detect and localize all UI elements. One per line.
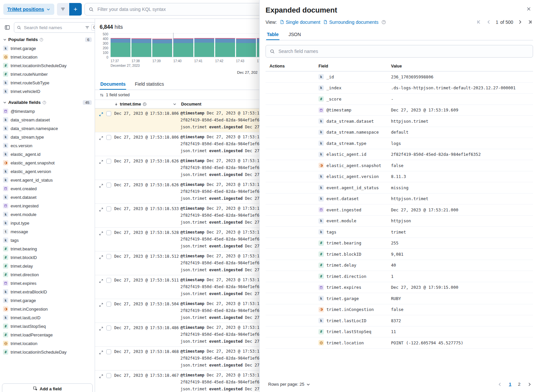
field-list-item[interactable]: ktags <box>0 236 95 244</box>
row-checkbox[interactable] <box>106 230 111 235</box>
column-menu-icon[interactable] <box>173 102 176 106</box>
row-checkbox[interactable] <box>106 349 111 354</box>
expand-document-icon[interactable] <box>98 325 106 332</box>
row-checkbox[interactable] <box>106 373 111 378</box>
page-2-button[interactable]: 2 <box>517 381 521 387</box>
tab-documents[interactable]: Documents <box>100 79 126 90</box>
row-checkbox[interactable] <box>106 254 111 259</box>
field-list-item[interactable]: #trimet.lastStopSeq <box>0 322 95 330</box>
field-list-item[interactable]: elastic_agent.snapshot <box>0 158 95 167</box>
field-filter-icon[interactable] <box>85 25 89 30</box>
field-list-item[interactable]: ktrimet.extraBlockID <box>0 287 95 296</box>
field-list-item[interactable]: kevent.agent_id_status <box>0 176 95 184</box>
histogram-bar[interactable] <box>236 38 256 57</box>
field-list-item[interactable]: kevent.dataset <box>0 193 95 201</box>
field-list-item[interactable]: #trimet.direction <box>0 270 95 279</box>
field-list-item[interactable]: #trimet.routeNumber <box>0 70 95 78</box>
tab-json[interactable]: JSON <box>288 29 302 40</box>
expand-document-icon[interactable] <box>98 254 106 260</box>
expand-document-icon[interactable] <box>98 349 106 356</box>
field-list-item[interactable]: tmessage <box>0 227 95 236</box>
add-filter-button[interactable] <box>69 3 82 16</box>
tab-field-statistics[interactable]: Field statistics <box>134 79 165 90</box>
field-search-input[interactable] <box>23 25 83 30</box>
field-list-item[interactable]: #trimet.locationInScheduleDay <box>0 61 95 70</box>
expand-document-icon[interactable] <box>98 230 106 237</box>
row-checkbox[interactable] <box>106 302 111 307</box>
help-icon[interactable] <box>42 101 46 105</box>
field-list-item[interactable]: #trimet.bearing <box>0 244 95 253</box>
field-list-item[interactable]: trimet.inCongestion <box>0 305 95 313</box>
tab-table[interactable]: Table <box>266 29 279 40</box>
flyout-field-search[interactable] <box>266 45 533 58</box>
row-checkbox[interactable] <box>106 183 111 188</box>
field-list-item[interactable]: kinput.type <box>0 219 95 227</box>
field-list-item[interactable]: kdata_stream.namespace <box>0 124 95 133</box>
histogram-bar[interactable] <box>215 38 235 57</box>
field-list-item[interactable]: kevent.module <box>0 210 95 219</box>
available-fields-header[interactable]: Available fields 45 <box>0 96 95 107</box>
histogram-bar[interactable] <box>194 38 214 57</box>
field-list-item[interactable]: kelastic_agent.id <box>0 150 95 158</box>
field-list-item[interactable]: ktrimet.garage <box>0 296 95 305</box>
field-list-item[interactable]: trimet.location <box>0 339 95 348</box>
help-icon[interactable] <box>39 38 43 42</box>
expand-document-icon[interactable] <box>98 111 106 117</box>
column-header-time[interactable]: trimet.time <box>114 102 181 107</box>
histogram-bar[interactable] <box>131 38 151 57</box>
field-list-item[interactable]: kelastic_agent.version <box>0 167 95 176</box>
collapse-sidebar-button[interactable] <box>3 22 12 32</box>
row-checkbox[interactable] <box>106 206 111 211</box>
histogram-bar[interactable] <box>173 38 193 57</box>
expand-document-icon[interactable] <box>98 206 106 213</box>
field-list-item[interactable]: kdata_stream.dataset <box>0 115 95 124</box>
histogram-plot-area[interactable] <box>111 34 278 57</box>
field-list-item[interactable]: kdata_stream.type <box>0 133 95 141</box>
field-list-item[interactable]: ktrimet.garage <box>0 44 95 53</box>
field-search-box[interactable]: 0 <box>14 22 95 33</box>
add-field-button[interactable]: Add a field <box>2 383 93 392</box>
saved-query-filter-button[interactable] <box>57 3 69 16</box>
field-list-item[interactable]: event.ingested <box>0 201 95 210</box>
page-1-button[interactable]: 1 <box>508 381 512 387</box>
field-list-item[interactable]: #trimet.locationInScheduleDay <box>0 348 95 356</box>
row-checkbox[interactable] <box>106 326 111 330</box>
expand-document-icon[interactable] <box>98 182 106 189</box>
histogram-bar[interactable] <box>111 38 130 57</box>
row-checkbox[interactable] <box>106 111 111 116</box>
first-page-icon[interactable] <box>476 19 482 25</box>
field-list-item[interactable]: #trimet.loadPercentage <box>0 330 95 339</box>
field-list-item[interactable]: @timestamp <box>0 107 95 115</box>
row-checkbox[interactable] <box>106 159 111 164</box>
field-list-item[interactable]: ktrimet.lastLocID <box>0 313 95 322</box>
field-list-item[interactable]: kecs.version <box>0 141 95 150</box>
data-view-picker[interactable]: TriMet positions <box>3 4 54 15</box>
view-single-document-link[interactable]: Single document <box>280 20 320 25</box>
field-list-item[interactable]: trimet.location <box>0 53 95 61</box>
histogram-bar[interactable] <box>152 39 172 57</box>
field-list-item[interactable]: #trimet.delay <box>0 262 95 270</box>
last-page-icon[interactable] <box>527 19 533 25</box>
expand-document-icon[interactable] <box>98 373 106 379</box>
help-icon[interactable] <box>381 20 386 24</box>
view-surrounding-documents-link[interactable]: Surrounding documents <box>323 20 378 25</box>
expand-document-icon[interactable] <box>98 158 106 165</box>
field-list-item[interactable]: ktrimet.routeSubType <box>0 78 95 87</box>
expand-document-icon[interactable] <box>98 135 106 141</box>
field-list-item[interactable]: event.created <box>0 184 95 193</box>
field-list-item[interactable]: #trimet.blockID <box>0 253 95 262</box>
popular-fields-header[interactable]: Popular fields 6 <box>0 33 95 44</box>
next-page-icon[interactable] <box>517 19 523 25</box>
expand-document-icon[interactable] <box>98 278 106 284</box>
flyout-field-search-input[interactable] <box>278 48 529 54</box>
field-list-item[interactable]: ktrimet.vehicleID <box>0 87 95 96</box>
next-page-icon[interactable] <box>526 381 532 387</box>
close-icon[interactable] <box>524 5 533 13</box>
field-list-item[interactable]: trimet.expires <box>0 279 95 287</box>
row-checkbox[interactable] <box>106 135 111 140</box>
expand-document-icon[interactable] <box>98 301 106 308</box>
rows-per-page-button[interactable]: Rows per page: 25 <box>266 381 312 387</box>
previous-page-icon[interactable] <box>497 381 503 387</box>
row-checkbox[interactable] <box>106 278 111 283</box>
previous-page-icon[interactable] <box>486 19 492 25</box>
